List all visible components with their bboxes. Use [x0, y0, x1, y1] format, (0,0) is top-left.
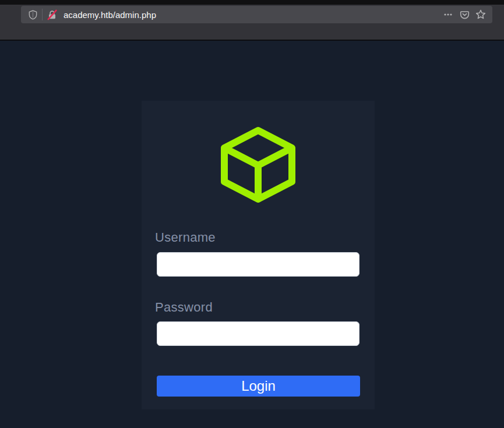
page-actions-dots-icon[interactable] — [441, 8, 455, 22]
page-content: Username Password Login — [0, 41, 504, 427]
window-titlebar — [0, 0, 504, 5]
tracking-protection-shield-icon[interactable] — [26, 8, 40, 22]
password-label: Password — [155, 300, 213, 315]
insecure-lock-icon[interactable] — [45, 8, 59, 22]
bookmark-star-icon[interactable] — [474, 8, 488, 22]
address-bar[interactable]: academy.htb/admin.php — [21, 6, 492, 23]
htb-cube-logo-icon — [220, 126, 296, 203]
urlbar-separator — [42, 9, 43, 20]
username-label: Username — [155, 230, 216, 245]
password-input[interactable] — [157, 321, 360, 346]
username-input[interactable] — [157, 252, 360, 277]
url-text[interactable]: academy.htb/admin.php — [64, 10, 156, 20]
login-button[interactable]: Login — [157, 376, 360, 397]
login-card: Username Password Login — [142, 101, 375, 409]
pocket-icon[interactable] — [457, 8, 471, 22]
browser-toolbar: academy.htb/admin.php — [0, 5, 504, 41]
